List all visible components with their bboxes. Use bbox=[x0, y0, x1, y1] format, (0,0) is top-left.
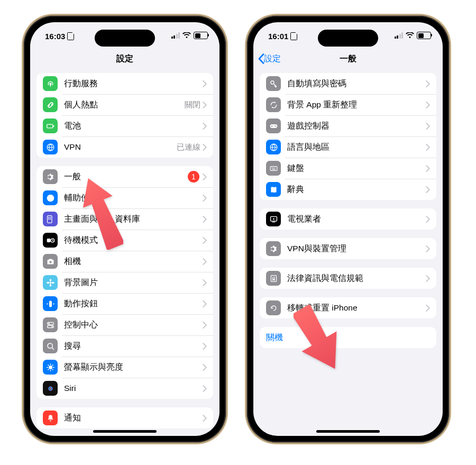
gamepad-icon bbox=[266, 118, 281, 133]
row-detail: 關閉 bbox=[185, 100, 200, 110]
gen-row[interactable]: Siri bbox=[36, 378, 213, 399]
gen-row[interactable]: 螢幕顯示與亮度 bbox=[36, 357, 213, 378]
row-label: 電池 bbox=[64, 121, 203, 132]
ga-row[interactable]: 遊戲控制器 bbox=[260, 115, 436, 136]
ga-row[interactable]: 辭典 bbox=[260, 179, 436, 200]
gear-icon bbox=[43, 169, 58, 184]
flower-icon bbox=[43, 275, 58, 290]
shutdown-label: 關機 bbox=[266, 332, 283, 343]
legal-row[interactable]: 法律資訊與電信規範 bbox=[260, 268, 436, 289]
sim-icon bbox=[67, 32, 74, 40]
cellular-icon bbox=[171, 32, 180, 39]
notif-row[interactable]: 通知 bbox=[36, 407, 213, 428]
chevron-right-icon bbox=[203, 102, 207, 108]
nav-back[interactable]: 設定 bbox=[258, 48, 281, 70]
chevron-right-icon bbox=[203, 144, 207, 151]
ga-row[interactable]: 語言與地區 bbox=[260, 136, 436, 158]
home-indicator[interactable] bbox=[93, 430, 157, 433]
ga-row[interactable]: 鍵盤 bbox=[260, 158, 436, 179]
row-label: VPN bbox=[64, 142, 177, 152]
chevron-right-icon bbox=[203, 415, 207, 422]
group-notifications: 通知 bbox=[36, 407, 213, 428]
chevron-right-icon bbox=[203, 258, 207, 265]
status-time: 16:03 bbox=[45, 32, 65, 41]
row-label: 個人熱點 bbox=[64, 99, 185, 111]
group-shutdown: 關機 bbox=[260, 327, 436, 348]
nav-title: 一般 bbox=[340, 53, 356, 65]
conn-row[interactable]: VPN已連線 bbox=[36, 136, 213, 158]
gen-row[interactable]: 輔助使用 bbox=[36, 187, 213, 208]
ga-row[interactable]: 背景 App 重新整理 bbox=[260, 94, 436, 115]
keyboard-icon bbox=[266, 161, 281, 176]
wifi-icon bbox=[406, 32, 414, 39]
row-label: 背景 App 重新整理 bbox=[287, 99, 426, 111]
gen-row[interactable]: 動作按鈕 bbox=[36, 293, 213, 314]
settings-list[interactable]: 行動服務個人熱點關閉電池VPN已連線 一般1輔助使用主畫面與App 資料庫待機模… bbox=[30, 70, 219, 436]
shutdown-row[interactable]: 關機 bbox=[260, 327, 436, 348]
dynamic-island bbox=[95, 30, 155, 47]
row-label: 通知 bbox=[64, 413, 203, 424]
display-icon bbox=[43, 360, 58, 375]
group-legal: 法律資訊與電信規範 bbox=[260, 268, 436, 289]
row-label: 鍵盤 bbox=[287, 163, 426, 174]
chevron-right-icon bbox=[426, 165, 430, 172]
search-icon bbox=[43, 339, 58, 353]
antenna-icon bbox=[43, 76, 58, 91]
siri-icon bbox=[43, 381, 58, 396]
row-label: 動作按鈕 bbox=[64, 298, 203, 309]
home-indicator[interactable] bbox=[316, 430, 380, 433]
accessibility-icon bbox=[43, 190, 58, 205]
chevron-right-icon bbox=[203, 80, 207, 87]
tv-icon bbox=[266, 212, 281, 226]
chevron-right-icon bbox=[203, 385, 207, 392]
gen-row[interactable]: 一般1 bbox=[36, 166, 213, 187]
cert-icon bbox=[266, 271, 281, 286]
chevron-right-icon bbox=[203, 322, 207, 329]
gen-row[interactable]: 搜尋 bbox=[36, 335, 213, 357]
group-general: 一般1輔助使用主畫面與App 資料庫待機模式相機背景圖片動作按鈕控制中心搜尋螢幕… bbox=[36, 166, 213, 399]
row-label: 遊戲控制器 bbox=[287, 121, 426, 132]
vpn-row[interactable]: VPN與裝置管理 bbox=[260, 238, 436, 259]
nav-back-label: 設定 bbox=[264, 53, 281, 65]
group-connectivity: 行動服務個人熱點關閉電池VPN已連線 bbox=[36, 73, 213, 158]
phone-right: 16:01 設定 一般 自動填寫與密碼背景 App 重新整理遊戲控制器語言與地區… bbox=[247, 16, 449, 442]
annotation-arrow-1 bbox=[81, 176, 123, 250]
globe-icon bbox=[43, 140, 58, 154]
gen-row[interactable]: 待機模式 bbox=[36, 230, 213, 251]
gen-row[interactable]: 背景圖片 bbox=[36, 272, 213, 293]
gen-row[interactable]: 控制中心 bbox=[36, 314, 213, 335]
dynamic-island bbox=[318, 30, 378, 47]
chevron-right-icon bbox=[203, 364, 207, 371]
group-tv: 電視業者 bbox=[260, 208, 436, 230]
reset-row[interactable]: 移轉或重置 iPhone bbox=[260, 297, 436, 318]
row-detail: 已連線 bbox=[177, 142, 200, 152]
nav-bar: 設定 bbox=[30, 48, 219, 70]
ga-row[interactable]: 自動填寫與密碼 bbox=[260, 73, 436, 94]
link-icon bbox=[43, 97, 58, 112]
badge: 1 bbox=[188, 171, 199, 183]
row-label: 搜尋 bbox=[64, 341, 203, 352]
standby-icon bbox=[43, 233, 58, 248]
tv-row[interactable]: 電視業者 bbox=[260, 208, 436, 230]
row-label: 相機 bbox=[64, 256, 203, 267]
group-reset: 移轉或重置 iPhone bbox=[260, 297, 436, 318]
chevron-right-icon bbox=[203, 123, 207, 130]
battery-icon bbox=[43, 118, 58, 133]
conn-row[interactable]: 電池 bbox=[36, 115, 213, 136]
sim-icon bbox=[290, 32, 297, 40]
wifi-icon bbox=[182, 32, 191, 39]
conn-row[interactable]: 行動服務 bbox=[36, 73, 213, 94]
camera-icon bbox=[43, 254, 58, 269]
row-label: 背景圖片 bbox=[64, 277, 203, 288]
row-label: 電視業者 bbox=[287, 214, 426, 225]
apps-icon bbox=[43, 212, 58, 226]
gen-row[interactable]: 主畫面與App 資料庫 bbox=[36, 208, 213, 230]
general-list[interactable]: 自動填寫與密碼背景 App 重新整理遊戲控制器語言與地區鍵盤辭典 電視業者 VP… bbox=[253, 70, 443, 436]
conn-row[interactable]: 個人熱點關閉 bbox=[36, 94, 213, 115]
gen-row[interactable]: 相機 bbox=[36, 251, 213, 272]
chevron-right-icon bbox=[426, 144, 430, 151]
row-label: 法律資訊與電信規範 bbox=[287, 273, 426, 284]
chevron-right-icon bbox=[426, 123, 430, 130]
phone-left: 16:03 設定 行動服務個人熱點關閉電池VPN已連線 一般1輔助使用主畫面與A… bbox=[24, 16, 226, 442]
row-label: 行動服務 bbox=[64, 78, 203, 89]
